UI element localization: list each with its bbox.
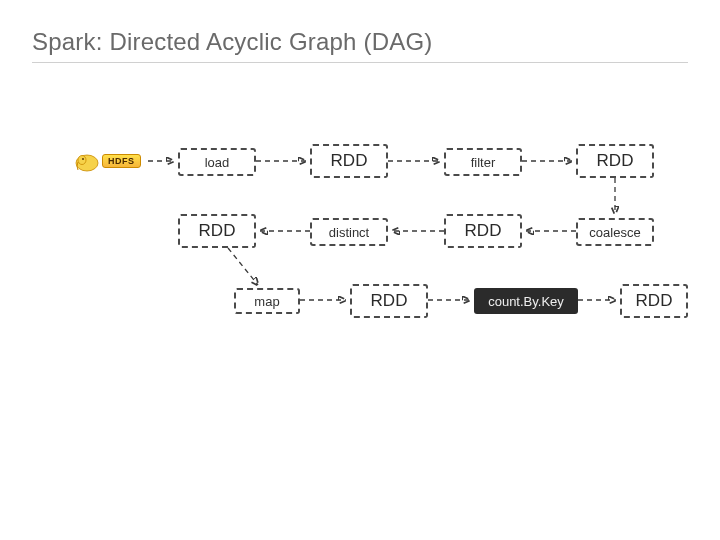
op-distinct: distinct — [310, 218, 388, 246]
rdd-1: RDD — [310, 144, 388, 178]
op-coalesce: coalesce — [576, 218, 654, 246]
svg-line-11 — [228, 248, 258, 285]
hdfs-badge: HDFS — [102, 154, 141, 168]
svg-point-2 — [82, 158, 84, 160]
rdd-4: RDD — [444, 214, 522, 248]
hadoop-elephant-icon — [74, 150, 100, 172]
title-underline — [32, 62, 688, 63]
rdd-6: RDD — [620, 284, 688, 318]
rdd-2: RDD — [576, 144, 654, 178]
op-map: map — [234, 288, 300, 314]
op-countbykey: count.By.Key — [474, 288, 578, 314]
op-load: load — [178, 148, 256, 176]
rdd-5: RDD — [350, 284, 428, 318]
svg-point-1 — [78, 156, 86, 165]
edge-layer — [0, 0, 720, 540]
rdd-3: RDD — [178, 214, 256, 248]
op-filter: filter — [444, 148, 522, 176]
hdfs-logo: HDFS — [74, 150, 141, 172]
slide-title: Spark: Directed Acyclic Graph (DAG) — [32, 28, 432, 56]
